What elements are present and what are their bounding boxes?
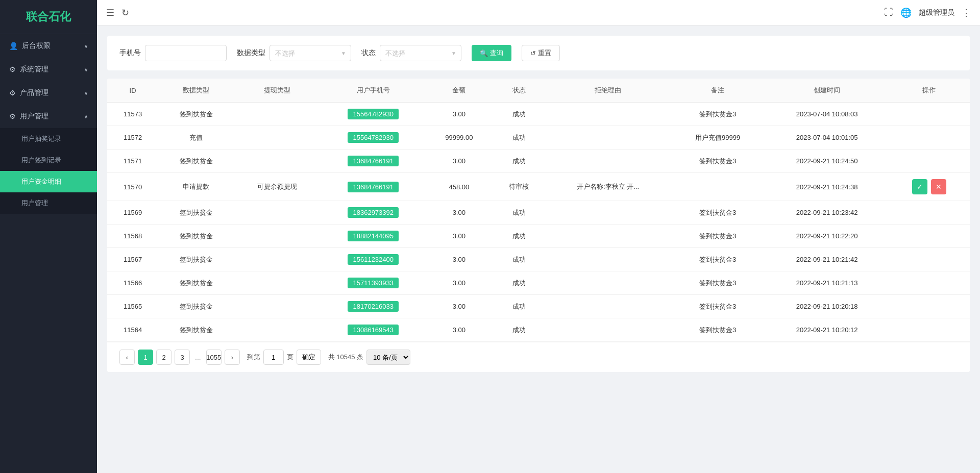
phone-badge: 18170216033	[348, 301, 399, 312]
page-btn-last[interactable]: 1055	[206, 350, 222, 365]
page-btn-2[interactable]: 2	[156, 350, 172, 365]
page-size-select[interactable]: 10 条/页 20 条/页 50 条/页	[366, 350, 410, 365]
cell-reject-reason	[546, 271, 670, 295]
refresh-icon[interactable]: ↻	[121, 7, 129, 18]
menu-toggle-icon[interactable]: ☰	[106, 7, 114, 18]
cell-reject-reason	[546, 295, 670, 318]
cell-withdraw-type	[234, 248, 321, 271]
cell-reject-reason	[546, 225, 670, 248]
cell-amount: 3.00	[426, 248, 492, 271]
search-icon: 🔍	[480, 49, 488, 57]
cell-id: 11573	[107, 103, 158, 126]
cell-remark: 签到扶贫金3	[670, 318, 766, 342]
col-created-at: 创建时间	[766, 79, 889, 103]
chevron-down-icon: ∨	[84, 67, 88, 72]
phone-input[interactable]	[145, 45, 227, 61]
cell-status: 成功	[492, 103, 546, 126]
goto-confirm-button[interactable]: 确定	[297, 350, 321, 365]
col-id: ID	[107, 79, 158, 103]
cell-action	[889, 201, 970, 225]
cell-withdraw-type	[234, 225, 321, 248]
language-icon[interactable]: 🌐	[900, 7, 912, 18]
status-select[interactable]: 不选择	[380, 45, 461, 61]
cell-remark	[670, 173, 766, 201]
cell-reject-reason	[546, 318, 670, 342]
data-table: ID 数据类型 提现类型 用户手机号 金额 状态 拒绝理由 备注 创建时间 操作…	[107, 79, 970, 342]
table-body: 11573 签到扶贫金 15564782930 3.00 成功 签到扶贫金3 2…	[107, 103, 970, 342]
table-row: 11573 签到扶贫金 15564782930 3.00 成功 签到扶贫金3 2…	[107, 103, 970, 126]
table-row: 11571 签到扶贫金 13684766191 3.00 成功 签到扶贫金3 2…	[107, 150, 970, 173]
cell-amount: 3.00	[426, 318, 492, 342]
cell-phone: 13684766191	[321, 150, 426, 173]
cell-withdraw-type: 可提余额提现	[234, 173, 321, 201]
next-page-button[interactable]: ›	[225, 350, 240, 365]
table-row: 11572 充值 15564782930 99999.00 成功 用户充值999…	[107, 126, 970, 150]
page-btn-1[interactable]: 1	[138, 350, 153, 365]
sidebar-item-system-management[interactable]: ⚙ 系统管理 ∨	[0, 58, 97, 81]
cell-reject-reason: 开户名称:李秋立·开...	[546, 173, 670, 201]
sidebar-item-user-management[interactable]: ⚙ 用户管理 ∧	[0, 105, 97, 128]
sidebar-item-product-management[interactable]: ⚙ 产品管理 ∨	[0, 81, 97, 105]
cell-action	[889, 295, 970, 318]
cell-remark: 签到扶贫金3	[670, 248, 766, 271]
cell-data-type: 签到扶贫金	[158, 295, 234, 318]
cell-data-type: 签到扶贫金	[158, 103, 234, 126]
data-table-container: ID 数据类型 提现类型 用户手机号 金额 状态 拒绝理由 备注 创建时间 操作…	[107, 79, 970, 372]
cell-reject-reason	[546, 248, 670, 271]
cell-data-type: 充值	[158, 126, 234, 150]
search-button[interactable]: 🔍 查询	[472, 45, 511, 61]
phone-badge: 15564782930	[348, 109, 399, 119]
sidebar-item-user-mgmt[interactable]: 用户管理	[0, 192, 97, 214]
sidebar-item-user-fund[interactable]: 用户资金明细	[0, 171, 97, 192]
page-btn-3[interactable]: 3	[175, 350, 190, 365]
approve-button[interactable]: ✓	[912, 179, 927, 194]
gear-icon: ⚙	[9, 89, 16, 97]
cell-phone: 15611232400	[321, 248, 426, 271]
cell-status: 成功	[492, 201, 546, 225]
cell-phone: 15711393933	[321, 271, 426, 295]
table-row: 11568 签到扶贫金 18882144095 3.00 成功 签到扶贫金3 2…	[107, 225, 970, 248]
goto-label: 到第	[247, 353, 260, 362]
cell-amount: 458.00	[426, 173, 492, 201]
reject-button[interactable]: ✕	[931, 179, 946, 194]
cell-action: ✓ ✕	[889, 173, 970, 201]
goto-input[interactable]	[263, 350, 284, 365]
sidebar-item-user-signin[interactable]: 用户签到记录	[0, 150, 97, 171]
page-dots: ...	[193, 353, 203, 361]
cell-status: 成功	[492, 271, 546, 295]
phone-badge: 13086169543	[348, 325, 399, 335]
gear-icon: ⚙	[9, 112, 16, 120]
cell-created-at: 2022-09-21 10:24:50	[766, 150, 889, 173]
col-phone: 用户手机号	[321, 79, 426, 103]
sidebar-item-backend-permissions[interactable]: 👤 后台权限 ∨	[0, 34, 97, 58]
page-unit-label: 页	[287, 353, 293, 362]
phone-badge: 15611232400	[348, 254, 399, 265]
table-row: 11569 签到扶贫金 18362973392 3.00 成功 签到扶贫金3 2…	[107, 201, 970, 225]
cell-created-at: 2022-09-21 10:22:20	[766, 225, 889, 248]
cell-id: 11572	[107, 126, 158, 150]
more-icon[interactable]: ⋮	[962, 7, 971, 18]
cell-created-at: 2023-07-04 10:01:05	[766, 126, 889, 150]
cell-status: 成功	[492, 225, 546, 248]
filter-phone-label: 手机号	[119, 48, 141, 58]
cell-remark: 签到扶贫金3	[670, 150, 766, 173]
phone-badge: 13684766191	[348, 182, 399, 192]
topbar-left: ☰ ↻	[106, 7, 129, 18]
table-row: 11567 签到扶贫金 15611232400 3.00 成功 签到扶贫金3 2…	[107, 248, 970, 271]
user-management-submenu: 用户抽奖记录 用户签到记录 用户资金明细 用户管理	[0, 128, 97, 214]
data-type-select[interactable]: 不选择	[270, 45, 351, 61]
sidebar-item-user-lottery[interactable]: 用户抽奖记录	[0, 128, 97, 150]
main-content: ☰ ↻ ⛶ 🌐 超级管理员 ⋮ 手机号 数据类型 不选择	[97, 0, 980, 473]
cell-amount: 3.00	[426, 271, 492, 295]
cell-data-type: 签到扶贫金	[158, 248, 234, 271]
reset-button[interactable]: ↺ 重置	[522, 45, 560, 61]
cell-action	[889, 225, 970, 248]
cell-status: 成功	[492, 318, 546, 342]
cell-remark: 签到扶贫金3	[670, 225, 766, 248]
cell-remark: 签到扶贫金3	[670, 271, 766, 295]
topbar-right: ⛶ 🌐 超级管理员 ⋮	[884, 7, 971, 18]
cell-action	[889, 248, 970, 271]
cell-data-type: 签到扶贫金	[158, 150, 234, 173]
fullscreen-icon[interactable]: ⛶	[884, 7, 893, 18]
prev-page-button[interactable]: ‹	[119, 350, 135, 365]
